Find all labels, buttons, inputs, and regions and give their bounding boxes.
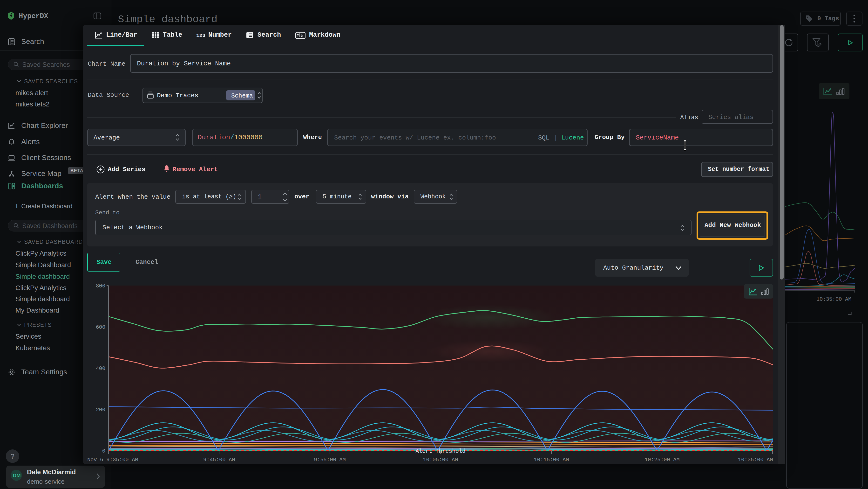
svg-text:Alert Threshold: Alert Threshold [415,448,465,455]
